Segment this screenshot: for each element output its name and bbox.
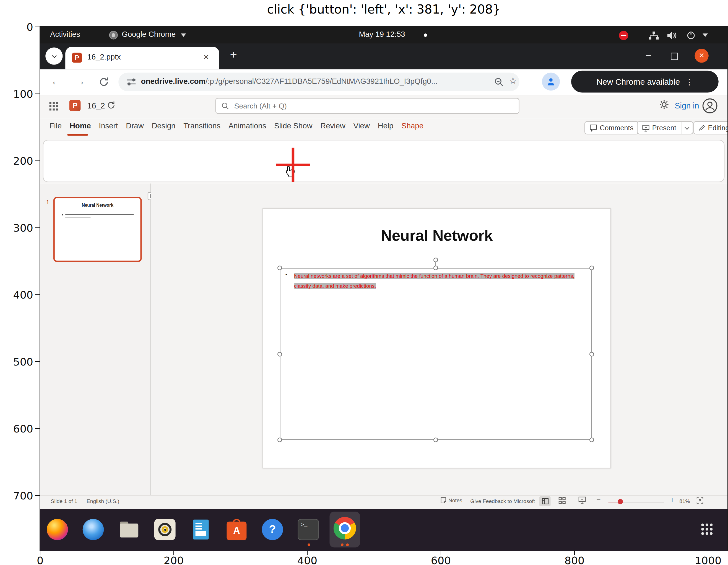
slide-textbox[interactable]: • Neural networks are a set of algorithm… bbox=[279, 268, 592, 440]
editing-mode-button[interactable]: Editing bbox=[693, 121, 728, 134]
status-language[interactable]: English (U.S.) bbox=[87, 498, 119, 504]
status-slide-info[interactable]: Slide 1 of 1 bbox=[51, 498, 77, 504]
zoom-level[interactable]: 81% bbox=[679, 498, 690, 504]
sign-in-link[interactable]: Sign in bbox=[675, 101, 699, 111]
power-icon[interactable] bbox=[687, 31, 695, 39]
menu-file[interactable]: File bbox=[50, 122, 62, 130]
bookmark-star-icon[interactable]: ☆ bbox=[509, 75, 517, 86]
zoom-slider[interactable] bbox=[608, 501, 664, 503]
document-title[interactable]: 16_2 bbox=[87, 101, 105, 111]
window-close-button[interactable]: × bbox=[695, 49, 708, 62]
activities-button[interactable]: Activities bbox=[50, 30, 80, 38]
dock-files-icon[interactable] bbox=[118, 519, 140, 540]
textbox-text[interactable]: Neural networks are a set of algorithms … bbox=[294, 271, 590, 291]
notes-button[interactable]: Notes bbox=[440, 497, 462, 504]
menu-slideshow[interactable]: Slide Show bbox=[274, 122, 312, 130]
y-tick-label: 400 bbox=[11, 289, 33, 301]
dock-firefox-icon[interactable] bbox=[47, 519, 68, 540]
menu-draw[interactable]: Draw bbox=[126, 122, 144, 130]
present-dropdown[interactable] bbox=[681, 122, 693, 134]
y-tick-mark bbox=[35, 428, 40, 429]
sync-icon[interactable] bbox=[106, 100, 116, 110]
resize-handle-s[interactable] bbox=[433, 438, 438, 442]
dock-thunderbird-icon[interactable] bbox=[83, 519, 104, 540]
slide-title[interactable]: Neural Network bbox=[263, 226, 610, 244]
clock[interactable]: May 19 12:53 bbox=[345, 30, 418, 38]
normal-view-button[interactable] bbox=[539, 496, 551, 506]
tab-search-button[interactable] bbox=[45, 47, 63, 64]
resize-handle-nw[interactable] bbox=[277, 265, 282, 270]
resize-handle-w[interactable] bbox=[277, 352, 282, 356]
rotate-handle[interactable] bbox=[433, 257, 438, 262]
x-tick-label: 1000 bbox=[691, 554, 725, 565]
y-tick-mark bbox=[35, 227, 40, 228]
chrome-update-button[interactable]: New Chrome available ⋮ bbox=[571, 71, 719, 92]
chevron-down-icon bbox=[181, 33, 186, 37]
slide-thumbnail[interactable]: Neural Network bbox=[53, 197, 142, 262]
focused-app-menu[interactable]: Google Chrome bbox=[122, 30, 186, 38]
dock-ubuntu-software-icon[interactable]: A bbox=[226, 519, 247, 540]
running-dot bbox=[308, 544, 310, 546]
settings-gear-icon[interactable] bbox=[659, 100, 669, 109]
window-maximize-button[interactable] bbox=[671, 53, 678, 60]
dock-terminal-icon[interactable]: >_ bbox=[298, 519, 319, 540]
menu-review[interactable]: Review bbox=[320, 122, 345, 130]
menu-view[interactable]: View bbox=[353, 122, 370, 130]
volume-icon[interactable] bbox=[667, 32, 677, 40]
zoom-out-page-icon[interactable] bbox=[494, 77, 504, 87]
search-bar[interactable] bbox=[215, 98, 519, 114]
y-tick-label: 0 bbox=[11, 21, 33, 33]
resize-handle-ne[interactable] bbox=[589, 265, 594, 270]
back-icon[interactable]: ← bbox=[51, 75, 61, 87]
resize-handle-e[interactable] bbox=[589, 352, 594, 356]
comments-button[interactable]: Comments bbox=[584, 121, 639, 134]
present-button[interactable]: Present bbox=[637, 121, 693, 134]
x-tick-label: 400 bbox=[291, 554, 324, 565]
do-not-disturb-icon[interactable] bbox=[619, 31, 628, 40]
resize-handle-n[interactable] bbox=[433, 265, 438, 270]
menu-home[interactable]: Home bbox=[70, 122, 91, 130]
x-tick-label: 200 bbox=[157, 554, 190, 565]
show-applications-icon[interactable] bbox=[701, 524, 703, 526]
dock-help-icon[interactable]: ? bbox=[262, 519, 283, 540]
dock-libreoffice-writer-icon[interactable] bbox=[190, 519, 211, 540]
resize-handle-sw[interactable] bbox=[277, 438, 282, 442]
running-dot bbox=[341, 544, 343, 546]
zoom-out-button[interactable]: − bbox=[596, 496, 600, 504]
slide-sorter-view-button[interactable] bbox=[558, 497, 566, 504]
fit-to-window-icon[interactable] bbox=[697, 497, 703, 504]
profile-avatar[interactable] bbox=[542, 73, 560, 91]
menu-animations[interactable]: Animations bbox=[228, 122, 266, 130]
tab-close-icon[interactable]: × bbox=[203, 51, 209, 62]
menu-help[interactable]: Help bbox=[378, 122, 394, 130]
y-tick-mark bbox=[35, 27, 40, 27]
reload-icon[interactable] bbox=[98, 77, 109, 87]
search-input[interactable] bbox=[233, 101, 513, 111]
url-text[interactable]: onedrive.live.com/:p:/g/personal/C327AF1… bbox=[141, 77, 438, 85]
resize-handle-se[interactable] bbox=[589, 438, 594, 442]
forward-icon[interactable]: → bbox=[75, 75, 85, 87]
network-icon[interactable] bbox=[649, 32, 659, 40]
dock-chrome-icon[interactable] bbox=[329, 512, 360, 548]
menu-transitions[interactable]: Transitions bbox=[183, 122, 220, 130]
powerpoint-logo-icon[interactable]: P bbox=[69, 100, 81, 111]
window-minimize-button[interactable]: − bbox=[646, 49, 651, 61]
feedback-button[interactable]: Give Feedback to Microsoft bbox=[470, 498, 535, 504]
menu-insert[interactable]: Insert bbox=[99, 122, 118, 130]
omnibox[interactable]: onedrive.live.com/:p:/g/personal/C327AF1… bbox=[118, 73, 519, 91]
zoom-in-button[interactable]: + bbox=[670, 496, 674, 504]
slideshow-view-button[interactable] bbox=[578, 496, 586, 504]
kebab-menu-icon[interactable]: ⋮ bbox=[685, 77, 693, 86]
present-icon bbox=[642, 124, 649, 131]
dock-rhythmbox-icon[interactable] bbox=[154, 519, 176, 540]
account-icon[interactable] bbox=[702, 98, 718, 114]
menu-shape[interactable]: Shape bbox=[401, 122, 423, 130]
tab-title: 16_2.pptx bbox=[87, 53, 121, 61]
site-info-icon[interactable] bbox=[127, 78, 136, 86]
new-tab-button[interactable]: + bbox=[230, 49, 237, 61]
pencil-icon bbox=[699, 124, 705, 131]
waffle-icon[interactable] bbox=[50, 102, 51, 104]
browser-tab[interactable]: P 16_2.pptx × bbox=[65, 47, 219, 69]
menu-design[interactable]: Design bbox=[152, 122, 175, 130]
system-menu-chevron-icon[interactable] bbox=[703, 33, 708, 37]
